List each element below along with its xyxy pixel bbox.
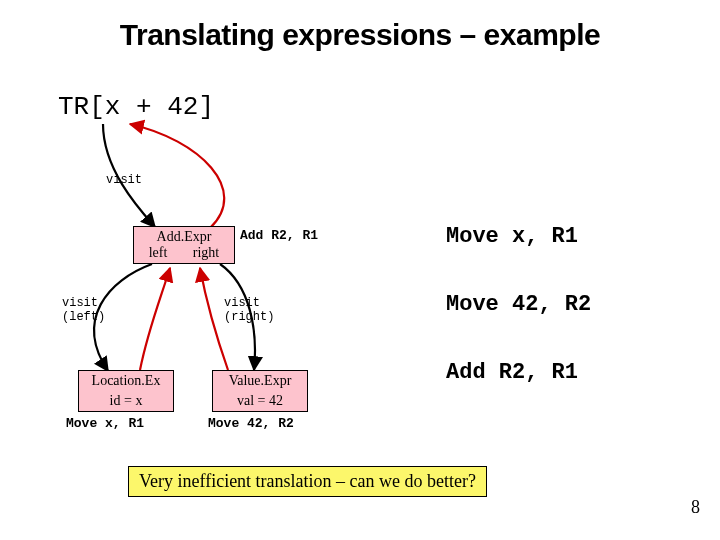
label-move-42: Move 42, R2 <box>208 416 294 431</box>
page-number: 8 <box>691 497 700 518</box>
node-valueexpr-title: Value.Expr <box>213 371 307 391</box>
result-line-3: Add R2, R1 <box>446 360 578 385</box>
node-valueexpr-sub: val = 42 <box>213 391 307 411</box>
label-visit-right-2: (right) <box>224 310 274 324</box>
label-visit-left-1: visit <box>62 296 98 310</box>
node-addexpr-right: right <box>193 245 219 261</box>
label-move-x: Move x, R1 <box>66 416 144 431</box>
label-visit-right-1: visit <box>224 296 260 310</box>
result-line-1: Move x, R1 <box>446 224 578 249</box>
label-visit-top: visit <box>106 173 142 187</box>
node-locationex-title: Location.Ex <box>79 371 173 391</box>
label-visit-left-2: (left) <box>62 310 105 324</box>
node-locationex-sub: id = x <box>79 391 173 411</box>
label-add-code: Add R2, R1 <box>240 228 318 243</box>
node-addexpr-title: Add.Expr <box>134 227 234 245</box>
result-line-2: Move 42, R2 <box>446 292 591 317</box>
node-addexpr-left: left <box>149 245 168 261</box>
arrows-layer <box>0 0 720 540</box>
banner-inefficient: Very inefficient translation – can we do… <box>128 466 487 497</box>
